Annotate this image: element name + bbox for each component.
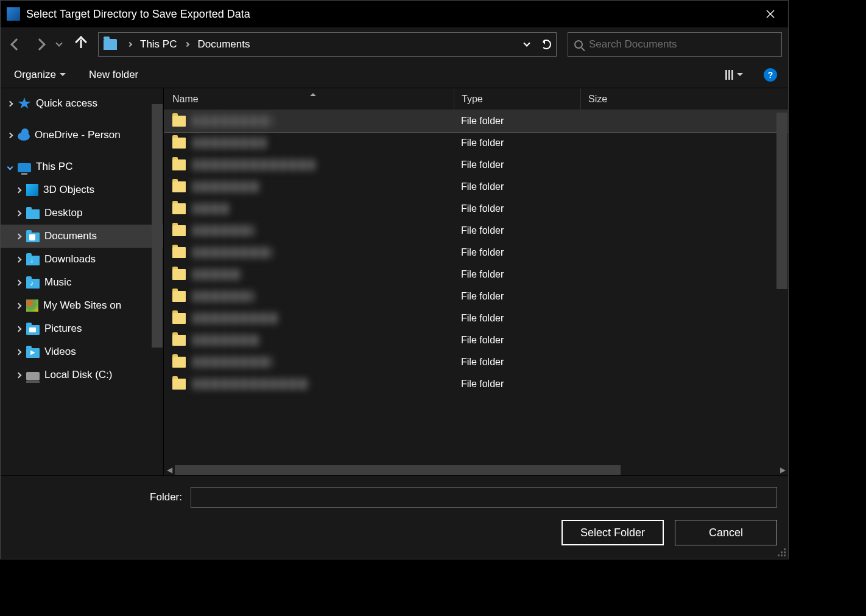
file-type: File folder bbox=[454, 313, 580, 324]
tree-item[interactable]: Pictures bbox=[1, 317, 163, 340]
file-row[interactable]: File folder bbox=[164, 176, 788, 198]
cloud-icon bbox=[18, 132, 30, 141]
chevron-right-icon bbox=[15, 233, 21, 239]
file-row[interactable]: File folder bbox=[164, 329, 788, 351]
tree-item[interactable]: Desktop bbox=[1, 201, 163, 225]
select-folder-button[interactable]: Select Folder bbox=[561, 520, 664, 545]
file-type: File folder bbox=[454, 225, 580, 236]
up-button[interactable] bbox=[71, 35, 91, 54]
file-row[interactable]: File folder bbox=[164, 307, 788, 329]
search-icon bbox=[574, 40, 583, 49]
folder-input[interactable] bbox=[191, 487, 777, 508]
refresh-button[interactable] bbox=[537, 35, 556, 54]
new-folder-button[interactable]: New folder bbox=[86, 66, 141, 83]
file-row[interactable]: File folder bbox=[164, 198, 788, 220]
file-type: File folder bbox=[454, 203, 580, 214]
file-type: File folder bbox=[454, 138, 580, 149]
folder-icon bbox=[172, 138, 186, 149]
expand-toggle[interactable] bbox=[15, 188, 21, 192]
column-header-type[interactable]: Type bbox=[454, 88, 580, 110]
file-row[interactable]: File folder bbox=[164, 132, 788, 154]
file-type: File folder bbox=[454, 269, 580, 280]
close-button[interactable] bbox=[756, 4, 784, 24]
column-header-name[interactable]: Name bbox=[172, 94, 454, 105]
address-bar[interactable]: This PC Documents bbox=[98, 32, 557, 57]
expand-toggle[interactable] bbox=[15, 211, 21, 215]
web-icon bbox=[26, 299, 38, 312]
tree-item[interactable]: My Web Sites on bbox=[1, 294, 163, 317]
view-options-button[interactable] bbox=[723, 68, 745, 82]
tree-item[interactable]: Quick access bbox=[1, 92, 163, 115]
tree-item-label: OneDrive - Person bbox=[35, 129, 121, 141]
recent-locations-button[interactable] bbox=[53, 35, 65, 54]
file-row[interactable]: File folder bbox=[164, 351, 788, 373]
expand-toggle[interactable] bbox=[15, 257, 21, 262]
expand-toggle[interactable] bbox=[7, 102, 13, 106]
titlebar: Select Target Directory to Save Exported… bbox=[1, 1, 788, 27]
expand-toggle[interactable] bbox=[15, 281, 21, 285]
folder-music-icon bbox=[26, 279, 40, 289]
file-type: File folder bbox=[454, 159, 580, 170]
tree-item[interactable]: Documents bbox=[1, 225, 163, 248]
expand-toggle[interactable] bbox=[7, 165, 13, 169]
file-name bbox=[193, 138, 454, 149]
tree-item[interactable]: Music bbox=[1, 271, 163, 294]
disk-icon bbox=[26, 372, 40, 380]
expand-toggle[interactable] bbox=[7, 133, 13, 138]
file-name bbox=[193, 269, 454, 280]
file-row[interactable]: File folder bbox=[164, 373, 788, 395]
breadcrumb-root[interactable]: This PC bbox=[139, 36, 178, 53]
scroll-right-button[interactable]: ▶ bbox=[777, 466, 788, 474]
expand-toggle[interactable] bbox=[15, 373, 21, 377]
close-icon bbox=[766, 10, 775, 18]
horizontal-scroll-track[interactable] bbox=[175, 465, 777, 475]
file-row[interactable]: File folder bbox=[164, 154, 788, 176]
arrow-right-icon bbox=[33, 38, 46, 51]
back-button[interactable] bbox=[7, 35, 26, 54]
new-folder-label: New folder bbox=[89, 69, 138, 81]
chevron-down-icon bbox=[523, 40, 530, 46]
organize-button[interactable]: Organize bbox=[12, 66, 68, 83]
column-header-size[interactable]: Size bbox=[580, 88, 788, 110]
file-name bbox=[193, 291, 454, 302]
cancel-button[interactable]: Cancel bbox=[675, 520, 777, 545]
breadcrumb-current[interactable]: Documents bbox=[196, 36, 251, 53]
folder-icon bbox=[172, 203, 186, 214]
tree-item[interactable]: Downloads bbox=[1, 248, 163, 271]
folder-down-icon bbox=[26, 256, 40, 265]
horizontal-scroll-thumb[interactable] bbox=[175, 465, 621, 475]
tree-item[interactable]: Local Disk (C:) bbox=[1, 363, 163, 387]
scroll-left-button[interactable]: ◀ bbox=[164, 466, 175, 474]
file-type: File folder bbox=[454, 335, 580, 346]
address-dropdown-button[interactable] bbox=[517, 35, 537, 54]
tree-item[interactable]: 3D Objects bbox=[1, 178, 163, 201]
expand-toggle[interactable] bbox=[15, 350, 21, 354]
expand-toggle[interactable] bbox=[15, 234, 21, 239]
forward-button[interactable] bbox=[30, 35, 49, 54]
file-list-scrollbar-thumb[interactable] bbox=[776, 113, 787, 289]
file-row[interactable]: File folder bbox=[164, 264, 788, 285]
expand-toggle[interactable] bbox=[15, 304, 21, 308]
file-row[interactable]: File folder bbox=[164, 285, 788, 307]
tree-item[interactable]: OneDrive - Person bbox=[1, 124, 163, 147]
file-list: File folderFile folderFile folderFile fo… bbox=[164, 110, 788, 464]
help-button[interactable]: ? bbox=[764, 68, 777, 82]
chevron-right-icon bbox=[15, 303, 21, 309]
expand-toggle[interactable] bbox=[15, 327, 21, 331]
resize-grip[interactable] bbox=[777, 548, 786, 556]
horizontal-scrollbar[interactable]: ◀ ▶ bbox=[164, 464, 788, 475]
tree-item[interactable]: Videos bbox=[1, 340, 163, 363]
file-row[interactable]: File folder bbox=[164, 242, 788, 264]
tree-item[interactable]: This PC bbox=[1, 155, 163, 178]
sidebar-scrollbar-thumb[interactable] bbox=[152, 104, 163, 348]
chevron-right-icon bbox=[15, 349, 21, 355]
search-box[interactable] bbox=[568, 32, 782, 57]
caret-down-icon bbox=[60, 73, 66, 79]
tree-item-label: Documents bbox=[44, 230, 97, 242]
file-name bbox=[193, 203, 454, 214]
file-row[interactable]: File folder bbox=[164, 110, 788, 132]
search-input[interactable] bbox=[589, 38, 775, 51]
file-row[interactable]: File folder bbox=[164, 220, 788, 242]
tree-item-label: Desktop bbox=[44, 207, 82, 219]
organize-label: Organize bbox=[14, 69, 56, 81]
